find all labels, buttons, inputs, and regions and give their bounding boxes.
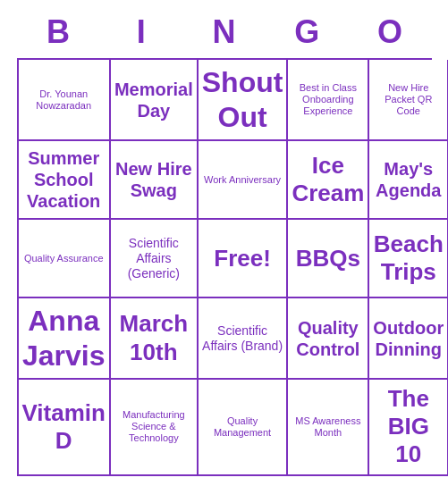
bingo-cell: Beach Trips [369,220,448,298]
bingo-cell: New Hire Packet QR Code [369,60,448,141]
cell-text: Scientific Affairs (Generic) [114,236,193,281]
header-letter: N [182,10,266,54]
bingo-cell: Quality Assurance [19,220,111,298]
bingo-cell: March 10th [111,298,199,380]
cell-text: Shout Out [202,65,283,134]
bingo-cell: Vitamin D [19,380,111,476]
bingo-card: BINGO Dr. Younan NowzaradanMemorial DayS… [10,3,439,482]
bingo-cell: The BIG 10 [369,380,448,476]
cell-text: Memorial Day [114,79,193,122]
bingo-header: BINGO [17,10,432,54]
cell-text: Quality Control [292,317,364,360]
bingo-cell: Scientific Affairs (Brand) [199,298,289,380]
cell-text: Beach Trips [373,230,444,286]
cell-text: Manufacturing Science & Technology [114,409,193,445]
bingo-cell: Dr. Younan Nowzaradan [19,60,111,141]
cell-text: New Hire Swag [114,158,193,201]
cell-text: Scientific Affairs (Brand) [202,323,283,354]
bingo-cell: Shout Out [199,60,289,141]
cell-text: Best in Class Onboarding Experience [292,82,364,118]
cell-text: May's Agenda [373,158,444,201]
bingo-cell: Outdoor Dinning [369,298,448,380]
cell-text: Ice Cream [292,152,364,207]
cell-text: New Hire Packet QR Code [373,82,444,118]
bingo-cell: Best in Class Onboarding Experience [288,60,369,141]
bingo-cell: Summer School Vacation [19,141,111,220]
bingo-cell: Work Anniversary [199,141,289,220]
cell-text: Quality Assurance [24,253,104,264]
bingo-cell: Scientific Affairs (Generic) [111,220,199,298]
bingo-cell: May's Agenda [369,141,448,220]
cell-text: Free! [214,245,271,272]
bingo-cell: Free! [199,220,289,298]
cell-text: Outdoor Dinning [373,317,444,360]
cell-text: BBQs [296,245,360,272]
bingo-cell: New Hire Swag [111,141,199,220]
bingo-cell: Manufacturing Science & Technology [111,380,199,476]
header-letter: G [266,10,349,54]
cell-text: Quality Management [202,415,283,439]
bingo-cell: Memorial Day [111,60,199,141]
bingo-grid: Dr. Younan NowzaradanMemorial DayShout O… [17,58,432,475]
cell-text: Vitamin D [22,399,106,455]
bingo-cell: Quality Management [199,380,289,476]
bingo-cell: BBQs [288,220,369,298]
header-letter: I [99,10,182,54]
bingo-cell: MS Awareness Month [288,380,369,476]
bingo-cell: Anna Jarvis [19,298,111,380]
bingo-cell: Ice Cream [288,141,369,220]
bingo-cell: Quality Control [288,298,369,380]
header-letter: O [349,10,432,54]
cell-text: MS Awareness Month [292,415,364,439]
cell-text: The BIG 10 [373,385,444,469]
cell-text: Work Anniversary [204,174,281,186]
cell-text: Anna Jarvis [22,304,106,373]
cell-text: March 10th [114,310,193,365]
header-letter: B [17,10,100,54]
cell-text: Summer School Vacation [22,147,106,212]
cell-text: Dr. Younan Nowzaradan [22,88,106,112]
